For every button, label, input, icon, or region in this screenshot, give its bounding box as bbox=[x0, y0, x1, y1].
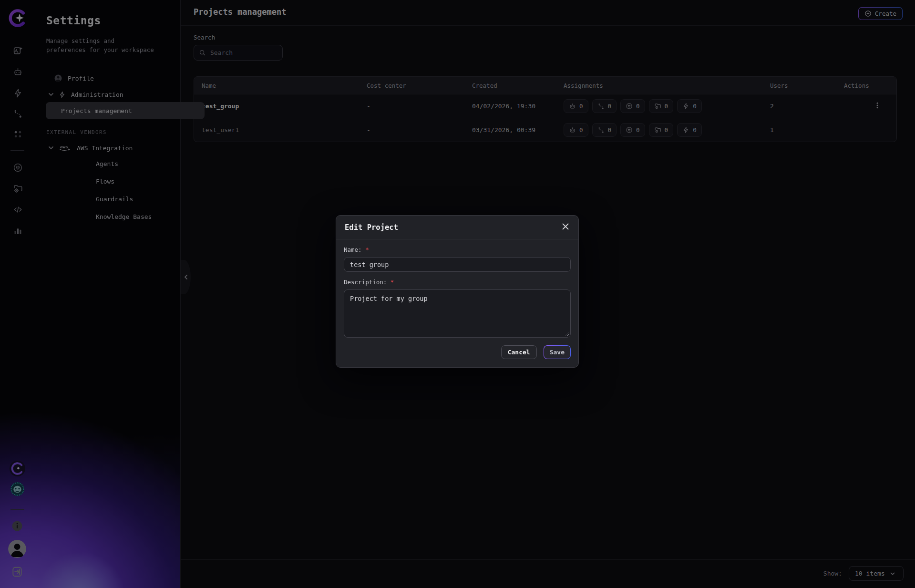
modal-footer: Cancel Save bbox=[344, 345, 571, 359]
close-icon bbox=[562, 223, 569, 230]
description-field-label: Description: * bbox=[344, 279, 571, 286]
field-label-text: Description: bbox=[344, 279, 387, 286]
required-marker: * bbox=[365, 246, 369, 253]
save-button[interactable]: Save bbox=[544, 345, 571, 359]
description-textarea-wrap: Project for my group bbox=[344, 289, 571, 338]
field-label-text: Name: bbox=[344, 246, 362, 253]
project-name-input[interactable] bbox=[344, 257, 571, 272]
modal-body: Name: * Description: * Project for my gr… bbox=[336, 239, 578, 367]
close-button[interactable] bbox=[560, 222, 571, 233]
required-marker: * bbox=[391, 279, 394, 286]
modal-title: Edit Project bbox=[345, 223, 398, 232]
cancel-button[interactable]: Cancel bbox=[501, 345, 537, 359]
modal-header: Edit Project bbox=[336, 216, 578, 239]
project-description-textarea[interactable]: Project for my group bbox=[344, 289, 571, 338]
edit-project-modal: Edit Project Name: * Description: * Proj… bbox=[336, 215, 579, 368]
name-field-label: Name: * bbox=[344, 246, 571, 253]
